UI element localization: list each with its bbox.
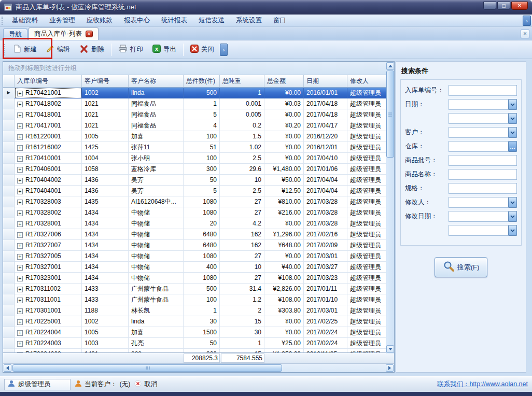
search-input-客户[interactable] [449, 127, 517, 138]
chevron-down-icon[interactable] [508, 113, 517, 124]
scroll-left-icon[interactable] [4, 364, 11, 372]
table-row[interactable]: +R1702240031003孔亮501¥25.002017/02/24超级管理… [3, 338, 387, 349]
grid-cell[interactable]: 1434 [82, 240, 129, 251]
expand-plus-icon[interactable]: + [17, 232, 23, 238]
ellipsis-picker-icon[interactable]: … [508, 141, 517, 152]
grid-cell[interactable]: 5 [184, 109, 220, 120]
grid-cell[interactable]: 1.2 [220, 294, 264, 305]
grid-cell[interactable]: 广州蒙牛食品 [129, 294, 184, 305]
grid-cell[interactable]: 1003 [82, 338, 129, 349]
grid-cell[interactable]: 1 [220, 88, 264, 98]
grid-cell[interactable]: 中物储 [129, 251, 184, 262]
grid-cell[interactable]: 500 [184, 284, 220, 294]
grid-cell[interactable]: linda [129, 88, 184, 98]
grid-cell[interactable]: 2017/02/25 [304, 316, 347, 327]
grid-cell[interactable]: 1434 [82, 229, 129, 240]
grid-cell[interactable]: ¥1,480.00 [264, 164, 304, 175]
table-row[interactable]: +R1612200011005加喜1001.5¥0.002016/12/20超级… [3, 131, 387, 142]
grid-cell[interactable]: 2 [220, 305, 264, 316]
grid-cell[interactable]: ¥12.50 [264, 186, 304, 196]
grid-cell[interactable]: 超级管理员 [347, 338, 387, 349]
grid-cell[interactable]: 2017/02/24 [304, 327, 347, 338]
grid-cell[interactable]: ¥0.20 [264, 120, 304, 131]
grid-cell[interactable]: +R170418001 [15, 109, 82, 120]
grid-cell[interactable]: +R161216002 [15, 142, 82, 153]
grid-cell[interactable]: 加喜 [129, 327, 184, 338]
menu-item-2[interactable]: 业务管理 [44, 15, 81, 26]
search-input-extra-2[interactable] [449, 113, 517, 124]
grid-cell[interactable]: ¥25.00 [264, 338, 304, 349]
grid-cell[interactable]: 1080 [184, 273, 220, 284]
grid-cell[interactable]: 10 [220, 175, 264, 186]
expand-plus-icon[interactable]: + [17, 243, 23, 249]
column-header-入库单编号[interactable]: 入库单编号 [15, 75, 82, 88]
grid-cell[interactable]: 中物储 [129, 229, 184, 240]
grid-cell[interactable]: +R170418002 [15, 98, 82, 109]
grid-cell[interactable]: 1002 [82, 316, 129, 327]
column-header-日期[interactable]: 日期 [304, 75, 347, 88]
search-input-日期[interactable] [449, 99, 517, 110]
grid-cell[interactable]: 吴芳 [129, 175, 184, 186]
tab-inbound-order-list[interactable]: 商品入库单-列表 ✕ [29, 27, 99, 40]
chevron-down-icon[interactable] [508, 127, 517, 138]
grid-cell[interactable]: 同福食品 [129, 98, 184, 109]
grid-cell[interactable]: ¥0.00 [264, 109, 304, 120]
vertical-scrollbar[interactable] [386, 62, 394, 353]
search-input-仓库[interactable] [449, 141, 517, 152]
grid-cell[interactable]: +R170224003 [15, 338, 82, 349]
grid-cell[interactable]: 15 [220, 349, 264, 352]
expand-plus-icon[interactable]: + [17, 167, 23, 173]
expand-plus-icon[interactable]: + [17, 210, 23, 216]
menu-item-5[interactable]: 统计报表 [156, 15, 193, 26]
expand-plus-icon[interactable]: + [17, 178, 23, 183]
table-row[interactable]: +R1703270061434中物储6480162¥1,296.002017/0… [3, 229, 387, 240]
grid-cell[interactable]: 超级管理员 [347, 164, 387, 175]
grid-cell[interactable]: 2017/04/18 [304, 98, 347, 109]
grid-cell[interactable]: 中物储 [129, 218, 184, 229]
grid-cell[interactable]: ¥0.00 [264, 142, 304, 153]
grid-cell[interactable]: 1425 [82, 142, 129, 153]
expand-plus-icon[interactable]: + [17, 134, 23, 140]
grid-cell[interactable]: 400 [184, 262, 220, 273]
grid-cell[interactable]: 300 [184, 349, 220, 352]
grid-cell[interactable]: 500 [184, 88, 220, 98]
toolbar-overflow-chevron-icon[interactable]: › [220, 44, 228, 56]
tab-close-icon[interactable]: ✕ [86, 31, 93, 37]
grid-cell[interactable]: AI16120648中... [129, 196, 184, 207]
grid-cell[interactable]: 100 [184, 294, 220, 305]
expand-plus-icon[interactable]: + [17, 330, 23, 336]
grid-cell[interactable]: 中物储 [129, 207, 184, 218]
expand-plus-icon[interactable]: + [17, 298, 23, 303]
grid-cell[interactable]: 4.2 [220, 218, 264, 229]
grid-cell[interactable]: 林长凯 [129, 305, 184, 316]
grid-cell[interactable]: 超级管理员 [347, 240, 387, 251]
grid-cell[interactable]: 超级管理员 [347, 196, 387, 207]
grid-cell[interactable]: 1021 [82, 98, 129, 109]
grid-cell[interactable]: ¥0.00 [264, 218, 304, 229]
table-row[interactable]: +R1703280021434中物储108027¥216.002017/03/2… [3, 207, 387, 218]
toolbar-button-关闭[interactable]: 关闭 [186, 43, 219, 56]
grid-cell[interactable]: 超级管理员 [347, 262, 387, 273]
search-input-商品名称[interactable] [449, 169, 517, 180]
grid-cell[interactable]: +R170224002 [15, 349, 82, 352]
column-header-总吨重[interactable]: 总吨重 [220, 75, 264, 88]
grid-cell[interactable]: ¥1,296.00 [264, 229, 304, 240]
table-row[interactable]: +R1703280011434中物储204.2¥0.002017/03/28超级… [3, 218, 387, 229]
table-row[interactable]: ▶+R1704210011002linda5001¥0.002016/01/01… [3, 88, 387, 98]
grid-cell[interactable]: +R170406001 [15, 164, 82, 175]
table-row[interactable]: +R1704180011021同福食品50.005¥0.002017/04/18… [3, 109, 387, 120]
grid-cell[interactable]: 超级管理员 [347, 88, 387, 98]
grid-cell[interactable]: 1080 [184, 196, 220, 207]
grid-cell[interactable]: 2017/01/10 [304, 294, 347, 305]
grid-cell[interactable]: 超级管理员 [347, 120, 387, 131]
expand-plus-icon[interactable]: + [17, 254, 23, 260]
grid-cell[interactable]: 2017/03/01 [304, 251, 347, 262]
grid-cell[interactable]: 同福食品 [129, 120, 184, 131]
grid-cell[interactable]: 超级管理员 [347, 109, 387, 120]
grid-cell[interactable]: +R170327005 [15, 251, 82, 262]
grid-cell[interactable]: 1.02 [220, 142, 264, 153]
grid-cell[interactable]: 2017/02/16 [304, 229, 347, 240]
expand-plus-icon[interactable]: + [17, 112, 23, 118]
grid-cell[interactable]: 超级管理员 [347, 294, 387, 305]
grid-cell[interactable]: 1435 [82, 196, 129, 207]
